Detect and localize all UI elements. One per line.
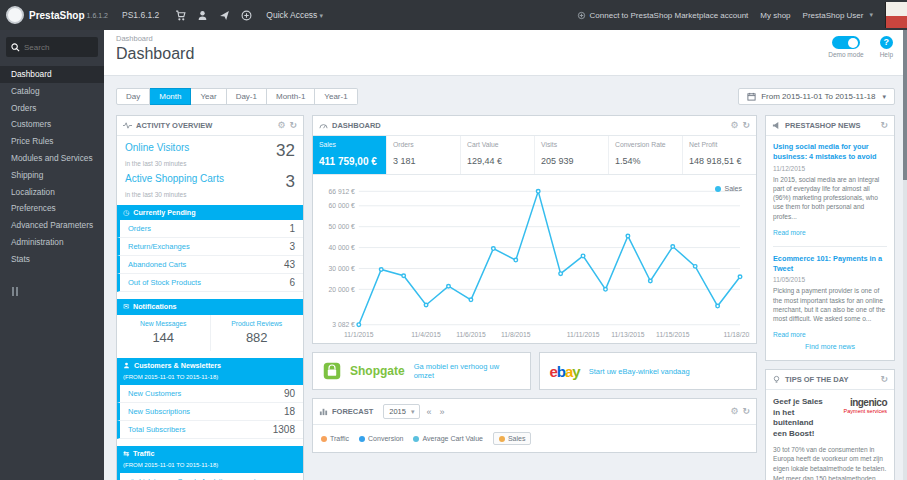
sidebar-item-administration[interactable]: Administration	[0, 234, 104, 251]
shop-name-link[interactable]: PS1.6.1.2	[122, 10, 159, 20]
refresh-icon[interactable]: ↻	[880, 375, 888, 384]
sidebar-item-preferences[interactable]: Preferences	[0, 200, 104, 217]
product-reviews-stat[interactable]: Product Reviews 882	[210, 315, 304, 351]
gear-icon[interactable]: ⚙	[730, 407, 738, 416]
row-value: 43	[284, 259, 295, 270]
sidebar-item-stats[interactable]: Stats	[0, 251, 104, 268]
row-label[interactable]: Out of Stock Products	[128, 278, 201, 287]
active-carts-label[interactable]: Active Shopping Carts	[125, 173, 224, 184]
kpi-orders[interactable]: Orders 3 181	[387, 136, 461, 174]
kpi-cart-value[interactable]: Cart Value 129,44 €	[461, 136, 535, 174]
marketplace-connect-link[interactable]: Connect to PrestaShop Marketplace accoun…	[577, 11, 749, 20]
help-label: Help	[880, 51, 893, 58]
collapse-menu-button[interactable]	[12, 282, 104, 300]
row-label[interactable]: New Customers	[128, 389, 181, 398]
demo-mode-toggle[interactable]	[832, 36, 860, 49]
gear-icon[interactable]: ⚙	[277, 121, 285, 130]
ingenico-logo: ingenico Payment services	[831, 397, 887, 439]
range-button-month[interactable]: Month	[150, 88, 191, 105]
refresh-icon[interactable]: ↻	[742, 407, 750, 416]
quick-access-menu[interactable]: Quick Access▾	[266, 10, 323, 20]
new-messages-stat[interactable]: New Messages 144	[117, 315, 210, 351]
news-article-title[interactable]: Using social media for your business: 4 …	[773, 142, 887, 162]
sidebar-item-dashboard[interactable]: Dashboard	[0, 66, 104, 83]
legend-item-traffic[interactable]: Traffic	[321, 435, 349, 442]
customer-icon[interactable]	[197, 10, 208, 21]
sidebar-item-customers[interactable]: Customers	[0, 116, 104, 133]
row-label[interactable]: Orders	[128, 224, 151, 233]
read-more-link[interactable]: Read more	[773, 229, 806, 236]
range-button-year[interactable]: Year	[191, 88, 226, 105]
tip-body-text: 30 tot 70% van de consumenten in Europa …	[773, 445, 887, 480]
sidebar-item-modules-and-services[interactable]: Modules and Services	[0, 150, 104, 167]
kpi-conversion-rate[interactable]: Conversion Rate 1.54%	[609, 136, 683, 174]
legend-dot-icon	[413, 436, 419, 442]
refresh-icon[interactable]: ↻	[742, 121, 750, 130]
news-article-title[interactable]: Ecommerce 101: Payments in a Tweet	[773, 254, 887, 274]
breadcrumb[interactable]: Dashboard	[116, 34, 895, 43]
activity-overview-panel: ACTIVITY OVERVIEW ⚙ ↻ Online Visitors 32…	[116, 115, 304, 480]
range-button-year-1[interactable]: Year-1	[315, 88, 357, 105]
row-label[interactable]: Total Subscribers	[128, 425, 186, 434]
chart-legend-sales[interactable]: Sales	[715, 185, 742, 192]
svg-text:11/13/2015: 11/13/2015	[611, 331, 645, 338]
sidebar-item-advanced-parameters[interactable]: Advanced Parameters	[0, 217, 104, 234]
search-input[interactable]	[24, 43, 94, 52]
range-button-day-1[interactable]: Day-1	[227, 88, 267, 105]
help-icon[interactable]: ?	[880, 36, 893, 49]
legend-item-sales[interactable]: Sales	[493, 432, 532, 445]
kpi-net-profit[interactable]: Net Profit 148 918,51 €	[683, 136, 756, 174]
row-label[interactable]: Return/Exchanges	[128, 242, 190, 251]
calendar-icon	[747, 92, 756, 101]
sidebar-search[interactable]	[6, 37, 98, 57]
ebay-letter: y	[572, 363, 579, 380]
row-label[interactable]: New Subscriptions	[128, 407, 190, 416]
sidebar-item-price-rules[interactable]: Price Rules	[0, 133, 104, 150]
row-label[interactable]: Abandoned Carts	[128, 260, 186, 269]
legend-dot-icon	[359, 436, 365, 442]
news-article-date: 11/12/2015	[773, 165, 887, 172]
svg-text:50 000 €: 50 000 €	[329, 223, 356, 230]
vertical-scrollbar-thumb[interactable]	[903, 30, 907, 180]
date-range-picker[interactable]: From 2015-11-01 To 2015-11-18 ▾	[738, 88, 895, 105]
kpi-visits[interactable]: Visits 205 939	[535, 136, 609, 174]
vertical-scrollbar-track[interactable]	[903, 30, 907, 480]
gear-icon[interactable]: ⚙	[730, 121, 738, 130]
find-more-news-link[interactable]: Find more news	[773, 341, 887, 354]
user-menu[interactable]: PrestaShop User▾	[803, 11, 873, 20]
sidebar-item-orders[interactable]: Orders	[0, 100, 104, 117]
read-more-link[interactable]: Read more	[773, 331, 806, 338]
row-value: 1	[289, 223, 295, 234]
online-visitors-value: 32	[276, 142, 295, 159]
message-icon[interactable]	[219, 10, 230, 21]
shopgate-link[interactable]: Ga mobiel en verhoog uw omzet	[414, 362, 520, 380]
range-button-day[interactable]: Day	[116, 88, 150, 105]
sidebar-item-localization[interactable]: Localization	[0, 184, 104, 201]
forecast-next-button[interactable]: »	[437, 407, 446, 417]
sidebar-item-catalog[interactable]: Catalog	[0, 83, 104, 100]
range-button-month-1[interactable]: Month-1	[267, 88, 315, 105]
legend-item-conversion[interactable]: Conversion	[359, 435, 403, 442]
legend-dot-icon	[499, 436, 505, 442]
svg-text:11/15/2015: 11/15/2015	[656, 331, 690, 338]
pending-row-abandoned-carts: Abandoned Carts 43	[117, 256, 303, 274]
forecast-year-select[interactable]: 2015▾	[383, 404, 420, 419]
sidebar-item-shipping[interactable]: Shipping	[0, 167, 104, 184]
user-avatar[interactable]	[885, 2, 907, 28]
refresh-icon[interactable]: ↻	[289, 121, 297, 130]
my-shop-link[interactable]: My shop	[760, 11, 790, 20]
pending-row-orders: Orders 1	[117, 220, 303, 238]
active-carts-value: 3	[286, 173, 295, 190]
kpi-sales[interactable]: Sales 411 759,00 €	[313, 136, 387, 174]
add-icon[interactable]	[241, 10, 252, 21]
refresh-icon[interactable]: ↻	[880, 121, 888, 130]
cart-icon[interactable]	[175, 10, 186, 21]
svg-text:30 000 €: 30 000 €	[329, 265, 356, 272]
google-analytics-link[interactable]: Link to your Google Analytics account	[117, 473, 303, 480]
online-visitors-label[interactable]: Online Visitors	[125, 142, 189, 153]
ebay-link[interactable]: Start uw eBay-winkel vandaag	[589, 367, 690, 376]
forecast-prev-button[interactable]: «	[424, 407, 433, 417]
notifications-section-header: ✉ Notifications	[117, 299, 303, 314]
legend-item-average-cart-value[interactable]: Average Cart Value	[413, 435, 482, 442]
prestashop-news-panel: PRESTASHOP NEWS ↻ Using social media for…	[765, 115, 895, 361]
